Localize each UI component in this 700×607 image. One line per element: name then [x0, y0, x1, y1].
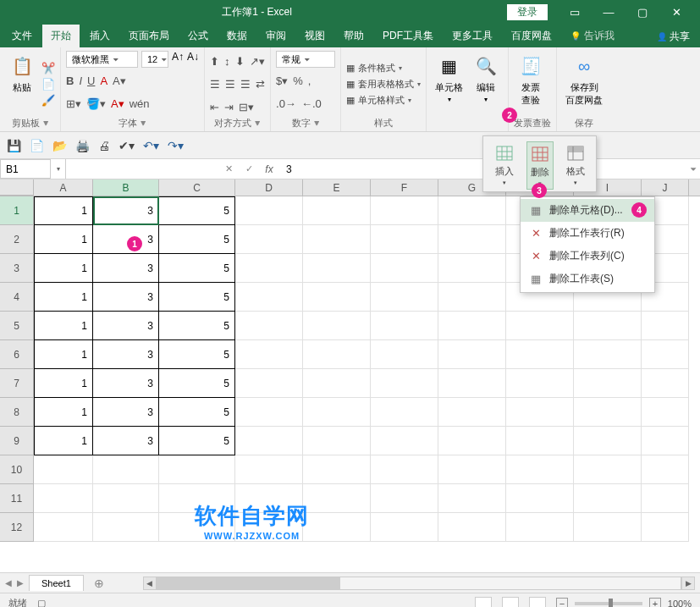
conditional-formatting-button[interactable]: ▦条件格式	[346, 61, 421, 75]
indent-decrease-icon[interactable]: ⇤	[210, 101, 219, 113]
tab-formulas[interactable]: 公式	[179, 25, 217, 47]
align-left-icon[interactable]: ☰	[210, 78, 220, 91]
cell[interactable]	[574, 427, 642, 455]
column-header[interactable]: F	[371, 179, 438, 196]
cell[interactable]: 3	[93, 427, 159, 455]
cell[interactable]	[438, 196, 506, 225]
column-header[interactable]: A	[34, 179, 93, 196]
cell[interactable]	[438, 513, 506, 542]
cell[interactable]	[642, 513, 689, 542]
scroll-track[interactable]	[157, 577, 681, 590]
cell[interactable]	[159, 455, 235, 484]
cell[interactable]: 3	[93, 340, 159, 369]
sheet-tab[interactable]: Sheet1	[29, 575, 84, 591]
percent-icon[interactable]: %	[293, 74, 303, 87]
cell[interactable]	[371, 225, 438, 254]
cell[interactable]	[506, 369, 574, 398]
cell[interactable]	[235, 196, 303, 225]
font-color-red-icon[interactable]: A	[100, 74, 107, 87]
column-header[interactable]: B	[93, 179, 159, 196]
cell[interactable]	[574, 312, 642, 340]
cell[interactable]	[235, 455, 303, 484]
row-header[interactable]: 8	[0, 398, 34, 427]
delete-rows-menu-item[interactable]: ✕ 删除工作表行(R)	[521, 222, 654, 245]
cell[interactable]	[642, 369, 689, 398]
cell[interactable]	[438, 369, 506, 398]
cell[interactable]	[303, 455, 371, 484]
cell[interactable]	[642, 427, 689, 455]
cell[interactable]	[93, 455, 159, 484]
cell[interactable]	[303, 427, 371, 455]
paste-button[interactable]: 📋 粘贴	[5, 51, 39, 117]
macro-record-icon[interactable]: ▢	[37, 598, 46, 607]
zoom-slider[interactable]	[575, 602, 642, 605]
new-icon[interactable]: 📄	[30, 139, 44, 152]
delete-cols-menu-item[interactable]: ✕ 删除工作表列(C)	[521, 245, 654, 268]
cell[interactable]: 1	[34, 312, 93, 340]
bold-icon[interactable]: B	[66, 74, 74, 87]
cell[interactable]	[506, 484, 574, 513]
copy-icon[interactable]: 📄	[41, 78, 55, 91]
currency-icon[interactable]: $▾	[276, 74, 288, 87]
cell[interactable]: 1	[34, 225, 93, 254]
scroll-right-icon[interactable]: ▶	[681, 577, 695, 590]
undo-icon[interactable]: ↶▾	[143, 139, 159, 152]
cell[interactable]	[574, 369, 642, 398]
cell[interactable]	[34, 455, 93, 484]
number-format-select[interactable]: 常规	[276, 51, 335, 68]
print-icon[interactable]: 🖨	[98, 139, 110, 152]
cut-icon[interactable]: ✂️	[41, 62, 55, 74]
row-header[interactable]: 9	[0, 427, 34, 455]
row-header[interactable]: 7	[0, 369, 34, 398]
cell[interactable]	[438, 225, 506, 254]
cell[interactable]: 5	[159, 340, 235, 369]
font-shrink-icon[interactable]: A↓	[187, 51, 199, 68]
print-preview-icon[interactable]: 🖨️	[75, 139, 90, 152]
invoice-check-button[interactable]: 🧾 发票 查验	[514, 51, 548, 117]
cell[interactable]	[235, 340, 303, 369]
align-top-icon[interactable]: ⬆	[210, 55, 219, 68]
cell[interactable]: 3	[93, 312, 159, 340]
minimize-button[interactable]: —	[592, 6, 626, 19]
cell[interactable]	[506, 340, 574, 369]
cell[interactable]: 3	[93, 369, 159, 398]
cell[interactable]: 5	[159, 427, 235, 455]
format-table-button[interactable]: ▦套用表格格式	[346, 77, 421, 91]
sheet-nav-first-icon[interactable]: ◀	[5, 578, 12, 588]
increase-decimal-icon[interactable]: .0→	[276, 97, 296, 110]
cell[interactable]	[303, 340, 371, 369]
redo-icon[interactable]: ↷▾	[168, 139, 184, 152]
row-header[interactable]: 6	[0, 340, 34, 369]
number-label[interactable]: 数字	[276, 117, 335, 130]
close-button[interactable]: ✕	[659, 6, 693, 19]
cell[interactable]	[574, 340, 642, 369]
cell[interactable]: 3	[93, 196, 159, 225]
cell[interactable]	[438, 455, 506, 484]
cell[interactable]	[371, 484, 438, 513]
cell[interactable]	[574, 484, 642, 513]
cell[interactable]: 5	[159, 312, 235, 340]
normal-view-button[interactable]	[475, 597, 492, 608]
font-grow-icon[interactable]: A↑	[172, 51, 184, 68]
underline-icon[interactable]: U	[87, 74, 95, 87]
zoom-in-button[interactable]: +	[649, 598, 661, 608]
tab-baidu[interactable]: 百度网盘	[503, 25, 560, 47]
cell[interactable]	[506, 312, 574, 340]
cell[interactable]	[574, 398, 642, 427]
cancel-icon[interactable]: ✕	[218, 163, 239, 174]
cell[interactable]	[574, 513, 642, 542]
cell[interactable]	[642, 455, 689, 484]
tab-pdf[interactable]: PDF工具集	[374, 25, 442, 47]
name-box-dropdown[interactable]: ▾	[51, 159, 66, 179]
cell[interactable]	[371, 513, 438, 542]
cell[interactable]	[303, 254, 371, 283]
select-all-corner[interactable]	[0, 179, 34, 196]
row-header[interactable]: 2	[0, 225, 34, 254]
cell[interactable]: 1	[34, 196, 93, 225]
indent-increase-icon[interactable]: ⇥	[224, 101, 234, 113]
enter-icon[interactable]: ✓	[239, 163, 259, 174]
italic-icon[interactable]: I	[79, 74, 82, 87]
cell[interactable]	[235, 398, 303, 427]
cell[interactable]: 5	[159, 196, 235, 225]
wrap-text-icon[interactable]: ⇄	[256, 78, 265, 91]
